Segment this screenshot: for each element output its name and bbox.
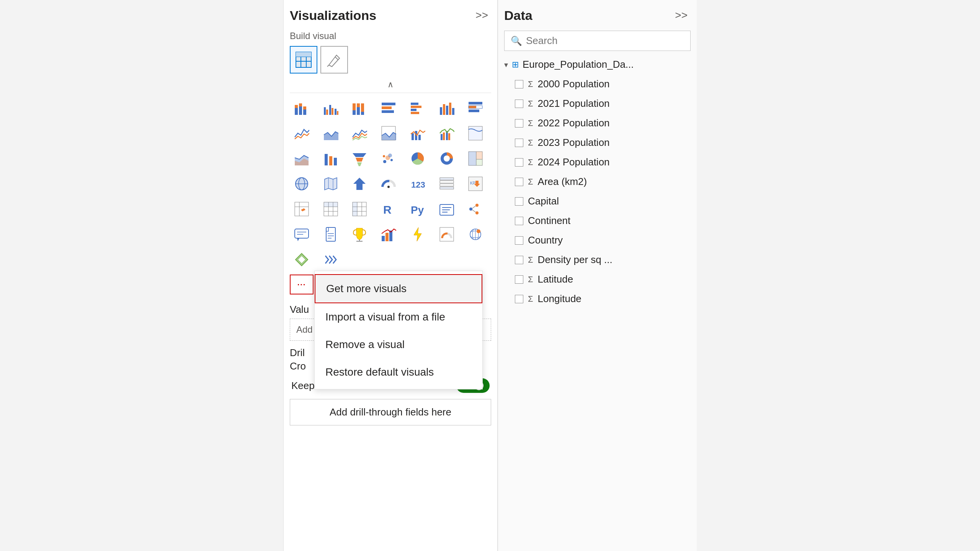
field-checkbox-longitude[interactable]: [515, 295, 523, 303]
viz-icon-globe2[interactable]: [464, 222, 487, 246]
viz-icon-bar4[interactable]: [435, 96, 459, 120]
field-row-density[interactable]: Σ Density per sq ...: [512, 251, 691, 269]
viz-icon-ribbon[interactable]: [464, 121, 487, 145]
svg-rect-19: [337, 111, 338, 115]
viz-icon-map[interactable]: [319, 172, 343, 196]
field-row-2022pop[interactable]: Σ 2022 Population: [512, 114, 691, 132]
viz-icon-doc[interactable]: [319, 222, 343, 246]
viz-icon-treemap[interactable]: [464, 147, 487, 170]
svg-rect-124: [382, 236, 385, 241]
viz-icon-trophy[interactable]: [348, 222, 371, 246]
field-name-2000pop: 2000 Population: [538, 78, 610, 90]
svg-rect-13: [303, 106, 306, 110]
viz-icon-chat[interactable]: [290, 222, 314, 246]
svg-rect-72: [476, 159, 482, 165]
viz-icon-diamond[interactable]: [290, 248, 314, 271]
svg-rect-114: [295, 229, 309, 238]
field-row-capital[interactable]: Capital: [512, 192, 691, 210]
field-row-area[interactable]: Σ Area (km2): [512, 173, 691, 191]
viz-icon-gauge2[interactable]: [435, 222, 459, 246]
field-row-2021pop[interactable]: Σ 2021 Population: [512, 95, 691, 113]
field-checkbox-2000pop[interactable]: [515, 80, 523, 88]
data-panel-expand[interactable]: >>: [672, 8, 691, 23]
dropdown-item-remove[interactable]: Remove a visual: [315, 331, 482, 358]
viz-icon-area[interactable]: [319, 121, 343, 145]
svg-rect-52: [469, 126, 482, 140]
field-row-2000pop[interactable]: Σ 2000 Population: [512, 75, 691, 93]
dropdown-item-get-more[interactable]: Get more visuals: [315, 274, 482, 303]
viz-icon-table2[interactable]: [319, 197, 343, 221]
svg-rect-81: [440, 178, 454, 180]
field-name-2024pop: 2024 Population: [538, 156, 610, 168]
viz-icon-stacked-bar[interactable]: [290, 96, 314, 120]
viz-icon-funnel[interactable]: [348, 147, 371, 170]
field-checkbox-2023pop[interactable]: [515, 139, 523, 147]
viz-icon-donut[interactable]: [435, 147, 459, 170]
viz-icon-arrow[interactable]: [348, 172, 371, 196]
viz-icon-smart-narrative[interactable]: [435, 197, 459, 221]
field-checkbox-capital[interactable]: [515, 197, 523, 206]
viz-icon-matrix2[interactable]: [348, 197, 371, 221]
field-checkbox-density[interactable]: [515, 256, 523, 264]
viz-icon-bar5[interactable]: [464, 96, 487, 120]
viz-icon-matrix-edit[interactable]: [290, 197, 314, 221]
field-row-2023pop[interactable]: Σ 2023 Population: [512, 134, 691, 152]
viz-icon-bar-line[interactable]: [406, 121, 430, 145]
viz-icon-kpi[interactable]: KPI: [464, 172, 487, 196]
viz-icon-bar3[interactable]: [406, 96, 430, 120]
viz-icon-chevrons[interactable]: [319, 248, 343, 271]
viz-icon-chart7[interactable]: [377, 222, 400, 246]
viz-panel-expand[interactable]: >>: [472, 8, 491, 23]
viz-icon-globe[interactable]: [290, 172, 314, 196]
viz-icon-bar6[interactable]: [319, 147, 343, 170]
drill-through-button[interactable]: Add drill-through fields here: [290, 399, 491, 425]
build-icon-edit[interactable]: [320, 46, 348, 74]
viz-icon-pie[interactable]: [406, 147, 430, 170]
field-name-capital: Capital: [528, 195, 559, 207]
field-row-2024pop[interactable]: Σ 2024 Population: [512, 153, 691, 171]
more-visuals-button[interactable]: ···: [290, 275, 314, 294]
field-checkbox-continent[interactable]: [515, 217, 523, 225]
dropdown-item-import[interactable]: Import a visual from a file: [315, 303, 482, 331]
viz-icon-line[interactable]: [290, 121, 314, 145]
field-checkbox-2022pop[interactable]: [515, 119, 523, 128]
field-checkbox-area[interactable]: [515, 178, 523, 186]
viz-icon-bar2[interactable]: [377, 96, 400, 120]
viz-icon-gauge[interactable]: [377, 172, 400, 196]
svg-rect-49: [443, 132, 445, 140]
field-checkbox-country[interactable]: [515, 236, 523, 245]
dataset-row[interactable]: ▾ ⊞ Europe_Population_Da...: [504, 59, 691, 70]
viz-icon-100pct-bar[interactable]: [348, 96, 371, 120]
field-checkbox-latitude[interactable]: [515, 275, 523, 284]
field-row-country[interactable]: Country: [512, 231, 691, 249]
viz-icon-area3[interactable]: [290, 147, 314, 170]
dropdown-item-restore[interactable]: Restore default visuals: [315, 358, 482, 386]
field-checkbox-2021pop[interactable]: [515, 100, 523, 108]
viz-icon-clustered-bar[interactable]: [319, 96, 343, 120]
viz-icon-r[interactable]: R: [377, 197, 400, 221]
viz-icon-area2[interactable]: [377, 121, 400, 145]
chevron-down-icon: ▾: [504, 60, 508, 69]
search-box[interactable]: 🔍: [504, 31, 691, 51]
data-panel-header: Data >>: [504, 8, 691, 23]
field-row-longitude[interactable]: Σ Longitude: [512, 290, 691, 308]
viz-icon-line2[interactable]: [348, 121, 371, 145]
viz-icon-scatter[interactable]: [377, 147, 400, 170]
svg-rect-17: [332, 108, 333, 115]
visualizations-panel: Visualizations >> Build visual: [283, 0, 498, 551]
field-checkbox-2024pop[interactable]: [515, 158, 523, 167]
field-row-latitude[interactable]: Σ Latitude: [512, 270, 691, 288]
svg-rect-29: [411, 103, 418, 105]
field-row-continent[interactable]: Continent: [512, 212, 691, 230]
build-icon-table[interactable]: [290, 46, 317, 74]
viz-icon-decomp[interactable]: [464, 197, 487, 221]
viz-icon-bar-line2[interactable]: [435, 121, 459, 145]
viz-icon-number[interactable]: 123: [406, 172, 430, 196]
search-input[interactable]: [526, 35, 684, 47]
svg-rect-11: [299, 103, 302, 106]
viz-icon-lightning[interactable]: [406, 222, 430, 246]
svg-rect-36: [449, 103, 451, 115]
viz-icon-py[interactable]: Py: [406, 197, 430, 221]
viz-icon-list[interactable]: [435, 172, 459, 196]
svg-rect-21: [353, 103, 356, 110]
